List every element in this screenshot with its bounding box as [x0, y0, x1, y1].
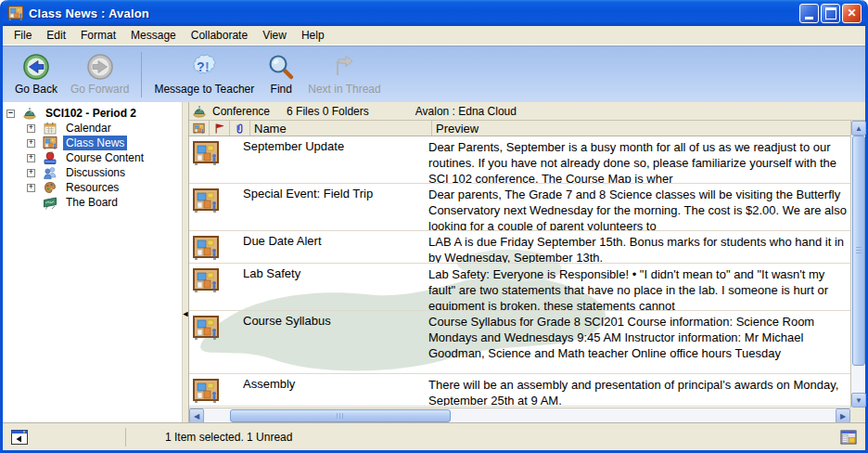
horizontal-scroll-track[interactable]	[451, 408, 836, 422]
item-type-icon	[193, 123, 205, 135]
item-preview: There will be an assembly and presentati…	[425, 374, 850, 406]
message-to-teacher-icon	[190, 53, 218, 81]
column-preview[interactable]: Preview	[432, 121, 850, 136]
conference-type: Conference	[212, 105, 270, 118]
folder-tree: SCI102 - Period 2 Calendar Class News Co…	[3, 102, 182, 422]
item-preview: Course Syllabus for Grade 8 SCI201 Cours…	[425, 311, 850, 373]
panel-splitter[interactable]	[182, 102, 188, 422]
menu-bar: File Edit Format Message Collaborate Vie…	[3, 26, 865, 45]
list-item[interactable]: Special Event: Field Trip Dear parents, …	[189, 184, 850, 231]
scroll-down-icon[interactable]	[851, 393, 866, 408]
item-name: Course Syllabus	[243, 311, 425, 373]
vertical-scrollbar[interactable]	[850, 121, 865, 408]
menu-view[interactable]: View	[255, 27, 294, 44]
status-bar: 1 Item selected. 1 Unread	[3, 422, 865, 450]
message-list: September Update Dear Parents, September…	[189, 136, 850, 408]
item-name: Due Date Alert	[243, 231, 425, 263]
item-name: Assembly	[243, 374, 425, 406]
menu-message[interactable]: Message	[123, 27, 184, 44]
list-item[interactable]: Due Date Alert LAB A is due Friday Septe…	[189, 231, 850, 264]
expand-icon[interactable]	[27, 124, 35, 133]
go-back-button[interactable]: Go Back	[8, 49, 64, 100]
expand-icon[interactable]	[27, 139, 35, 148]
item-preview: LAB A is due Friday September 15th. Bonu…	[425, 231, 850, 263]
apple-book-icon	[43, 150, 57, 165]
tree-item-class-news[interactable]: Class News	[3, 136, 182, 150]
scroll-up-icon[interactable]	[851, 121, 866, 136]
go-forward-button: Go Forward	[64, 49, 135, 100]
collapse-icon[interactable]	[6, 110, 15, 118]
conference-location: Avalon : Edna Cloud	[415, 105, 517, 118]
conference-icon	[192, 104, 207, 119]
layout-view-icon[interactable]	[839, 428, 858, 447]
column-flag[interactable]	[210, 121, 230, 136]
column-name[interactable]: Name	[250, 121, 432, 136]
scrollbar-corner	[850, 408, 865, 422]
status-divider	[125, 428, 126, 447]
tree-item-resources[interactable]: Resources	[3, 180, 182, 195]
maximize-button[interactable]	[821, 4, 840, 23]
go-forward-icon	[86, 53, 114, 81]
bulletin-board-icon	[43, 136, 57, 150]
app-icon	[7, 5, 24, 21]
list-panel: Conference 6 Files 0 Folders Avalon : Ed…	[188, 102, 865, 422]
paperclip-icon	[234, 123, 246, 135]
toolbar-separator	[141, 52, 142, 97]
minimize-button[interactable]	[799, 4, 819, 23]
horizontal-scrollbar[interactable]	[189, 408, 850, 422]
expand-icon[interactable]	[27, 184, 35, 192]
status-text: 1 Item selected. 1 Unread	[165, 431, 839, 444]
window-title: Class News : Avalon	[29, 6, 798, 20]
scroll-left-icon[interactable]	[189, 408, 204, 423]
menu-format[interactable]: Format	[73, 27, 123, 44]
horizontal-scroll-thumb[interactable]	[230, 409, 451, 422]
next-in-thread-icon	[330, 53, 358, 81]
bulletin-board-icon	[192, 187, 220, 214]
menu-help[interactable]: Help	[294, 27, 332, 44]
title-bar: Class News : Avalon	[3, 0, 865, 26]
palette-icon	[43, 180, 57, 195]
conference-info-bar: Conference 6 Files 0 Folders Avalon : Ed…	[189, 102, 865, 121]
list-item[interactable]: September Update Dear Parents, September…	[189, 136, 850, 184]
bulletin-board-icon	[192, 234, 220, 262]
next-in-thread-button: Next in Thread	[301, 49, 388, 100]
course-icon	[22, 106, 37, 121]
column-item-type[interactable]	[189, 121, 210, 136]
close-button[interactable]	[842, 4, 862, 23]
tree-item-the-board[interactable]: The Board	[3, 195, 182, 210]
vertical-scroll-thumb[interactable]	[852, 136, 865, 366]
find-icon	[267, 53, 295, 81]
app-window: Class News : Avalon File Edit Format Mes…	[0, 0, 868, 453]
chalkboard-icon	[43, 195, 57, 210]
menu-edit[interactable]: Edit	[39, 27, 73, 44]
column-attachment[interactable]	[230, 121, 250, 136]
message-to-teacher-button[interactable]: Message to Teacher	[147, 49, 261, 100]
expand-icon[interactable]	[27, 154, 35, 162]
item-preview: Dear parents, The Grade 7 and 8 Science …	[425, 184, 850, 230]
menu-collaborate[interactable]: Collaborate	[184, 27, 255, 44]
go-back-icon	[22, 53, 50, 81]
list-item[interactable]: Course Syllabus Course Syllabus for Grad…	[189, 311, 850, 374]
toggle-panel-icon[interactable]	[10, 428, 29, 447]
calendar-icon	[43, 121, 57, 136]
file-folder-count: 6 Files 0 Folders	[287, 105, 369, 118]
item-preview: Lab Safety: Everyone is Responsible! • "…	[425, 264, 850, 310]
column-header-row: Name Preview	[189, 121, 850, 136]
item-name: Lab Safety	[243, 264, 425, 310]
item-preview: Dear Parents, September is a busy month …	[425, 136, 850, 183]
list-item[interactable]: Assembly There will be an assembly and p…	[189, 374, 850, 407]
vertical-scroll-track[interactable]	[851, 366, 865, 393]
find-button[interactable]: Find	[261, 49, 301, 100]
tree-item-course-content[interactable]: Course Content	[3, 150, 182, 165]
item-name: Special Event: Field Trip	[243, 184, 425, 230]
tree-item-calendar[interactable]: Calendar	[3, 121, 182, 136]
scroll-right-icon[interactable]	[836, 408, 850, 423]
list-item[interactable]: Lab Safety Lab Safety: Everyone is Respo…	[189, 264, 850, 311]
menu-file[interactable]: File	[6, 27, 39, 44]
expand-icon[interactable]	[27, 169, 35, 177]
people-icon	[43, 165, 57, 180]
bulletin-board-icon	[192, 377, 220, 405]
tree-item-discussions[interactable]: Discussions	[3, 165, 182, 180]
bulletin-board-icon	[192, 266, 220, 294]
tree-item-sci102[interactable]: SCI102 - Period 2	[3, 106, 182, 121]
